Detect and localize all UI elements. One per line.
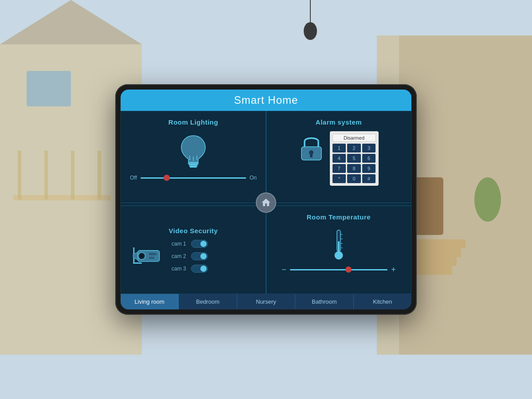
svg-rect-24 bbox=[190, 166, 197, 168]
camera-icon bbox=[130, 243, 165, 269]
app-title: Smart Home bbox=[234, 94, 298, 106]
cam3-label: cam 3 bbox=[172, 266, 188, 272]
lighting-slider-thumb[interactable] bbox=[164, 175, 170, 181]
tab-bedroom[interactable]: Bedroom bbox=[179, 294, 237, 309]
key-7[interactable]: 7 bbox=[332, 164, 346, 173]
key-6[interactable]: 6 bbox=[362, 154, 376, 163]
key-hash[interactable]: # bbox=[362, 174, 376, 183]
tab-bathroom[interactable]: Bathroom bbox=[295, 294, 353, 309]
key-3[interactable]: 3 bbox=[362, 144, 376, 153]
temperature-slider-track[interactable] bbox=[290, 269, 387, 270]
cam3-toggle[interactable] bbox=[191, 265, 208, 273]
temperature-slider-thumb[interactable] bbox=[345, 266, 352, 273]
alarm-content: Disarmed 1 2 3 4 5 6 7 8 9 bbox=[275, 131, 402, 186]
svg-rect-14 bbox=[18, 151, 21, 200]
cam-toggles: cam 1 cam 2 cam 3 bbox=[172, 240, 208, 273]
main-grid: Room Lighting bbox=[121, 111, 411, 294]
alarm-panel: Alarm system bbox=[266, 111, 411, 206]
tab-kitchen[interactable]: Kitchen bbox=[354, 294, 411, 309]
svg-point-12 bbox=[304, 22, 317, 40]
tab-nursery[interactable]: Nursery bbox=[237, 294, 295, 309]
home-icon bbox=[261, 197, 271, 208]
cam3-row: cam 3 bbox=[172, 265, 208, 273]
slider-off-label: Off bbox=[130, 175, 137, 181]
lighting-slider-row: Off On bbox=[130, 175, 257, 181]
cam2-toggle[interactable] bbox=[191, 252, 208, 260]
svg-rect-16 bbox=[71, 151, 74, 200]
video-title: Video Security bbox=[130, 227, 257, 235]
tablet-screen: Smart Home Room Lighting bbox=[121, 90, 411, 309]
svg-rect-13 bbox=[13, 195, 111, 200]
svg-rect-17 bbox=[98, 151, 101, 200]
svg-rect-22 bbox=[188, 162, 199, 164]
key-4[interactable]: 4 bbox=[332, 154, 346, 163]
key-2[interactable]: 2 bbox=[347, 144, 361, 153]
lighting-slider-track[interactable] bbox=[141, 177, 246, 179]
temp-minus-button[interactable]: − bbox=[282, 265, 286, 274]
svg-rect-15 bbox=[44, 151, 48, 200]
svg-point-34 bbox=[140, 254, 144, 258]
key-1[interactable]: 1 bbox=[332, 144, 346, 153]
key-0[interactable]: 0 bbox=[347, 174, 361, 183]
room-tabs: Living room Bedroom Nursery Bathroom Kit… bbox=[121, 294, 411, 309]
alarm-title: Alarm system bbox=[316, 118, 362, 126]
lighting-title: Room Lighting bbox=[168, 118, 218, 126]
svg-point-18 bbox=[474, 177, 501, 222]
video-panel: Video Security bbox=[121, 206, 266, 294]
alarm-status: Disarmed bbox=[332, 134, 376, 142]
tablet-wrapper: Smart Home Room Lighting bbox=[115, 84, 417, 315]
temp-plus-button[interactable]: + bbox=[391, 265, 396, 274]
key-5[interactable]: 5 bbox=[347, 154, 361, 163]
cam1-label: cam 1 bbox=[172, 241, 188, 247]
keypad-grid: 1 2 3 4 5 6 7 8 9 * 0 # bbox=[332, 144, 376, 183]
cam1-row: cam 1 bbox=[172, 240, 208, 248]
cam1-toggle[interactable] bbox=[191, 240, 208, 248]
temperature-slider-row: − + bbox=[282, 265, 395, 274]
alarm-keypad: Disarmed 1 2 3 4 5 6 7 8 9 bbox=[330, 131, 379, 186]
key-star[interactable]: * bbox=[332, 174, 346, 183]
svg-rect-29 bbox=[310, 154, 313, 157]
svg-rect-36 bbox=[149, 257, 154, 258]
slider-on-label: On bbox=[250, 175, 257, 181]
key-9[interactable]: 9 bbox=[362, 164, 376, 173]
temperature-panel: Room Temperature bbox=[266, 206, 411, 294]
temperature-title: Room Temperature bbox=[307, 213, 371, 221]
svg-rect-5 bbox=[27, 71, 71, 106]
tab-living-room[interactable]: Living room bbox=[121, 294, 179, 309]
svg-rect-39 bbox=[338, 241, 340, 251]
cam2-label: cam 2 bbox=[172, 253, 188, 259]
app-header: Smart Home bbox=[121, 90, 411, 111]
tablet-device: Smart Home Room Lighting bbox=[115, 84, 417, 315]
thermometer-icon bbox=[332, 228, 345, 259]
home-button[interactable] bbox=[256, 192, 276, 213]
svg-rect-35 bbox=[149, 253, 157, 255]
svg-point-40 bbox=[335, 251, 343, 259]
lighting-panel: Room Lighting bbox=[121, 111, 266, 206]
lock-icon bbox=[299, 133, 324, 162]
bulb-icon bbox=[178, 133, 209, 169]
key-8[interactable]: 8 bbox=[347, 164, 361, 173]
cam2-row: cam 2 bbox=[172, 252, 208, 260]
